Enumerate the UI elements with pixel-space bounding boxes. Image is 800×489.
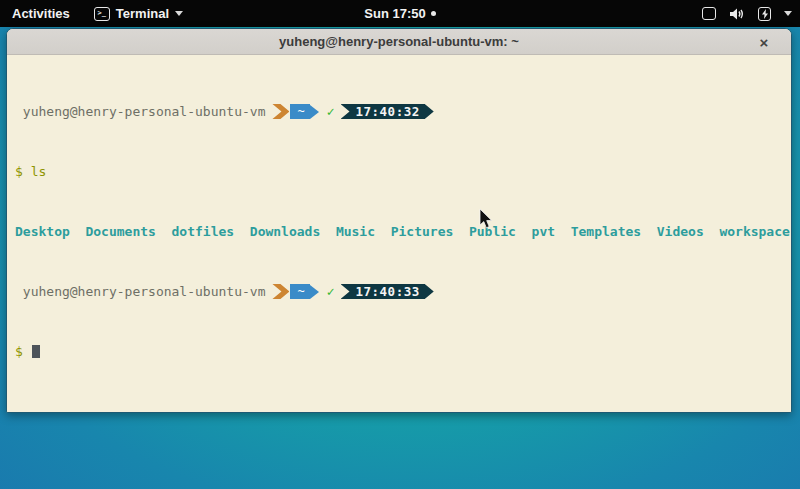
- terminal-content[interactable]: yuheng@henry-personal-ubuntu-vm ~ ✓ 17:4…: [7, 55, 791, 412]
- command-text: ls: [31, 164, 47, 179]
- prompt-user: yuheng@henry-personal-ubuntu-vm: [15, 104, 265, 119]
- app-menu-label: Terminal: [116, 6, 169, 21]
- prompt-symbol: $: [15, 344, 23, 359]
- terminal-window: yuheng@henry-personal-ubuntu-vm: ~ × yuh…: [6, 28, 792, 413]
- clock-label[interactable]: Sun 17:50: [364, 6, 425, 21]
- window-titlebar[interactable]: yuheng@henry-personal-ubuntu-vm: ~ ×: [7, 29, 791, 55]
- prompt-line: yuheng@henry-personal-ubuntu-vm ~ ✓ 17:4…: [15, 284, 783, 299]
- check-icon: ✓: [327, 284, 335, 299]
- window-title: yuheng@henry-personal-ubuntu-vm: ~: [279, 34, 519, 49]
- command-line: $ ls: [15, 164, 783, 179]
- close-icon[interactable]: ×: [753, 29, 775, 55]
- system-tray[interactable]: [702, 0, 792, 27]
- notification-dot-icon: [431, 11, 436, 16]
- activities-button[interactable]: Activities: [0, 6, 84, 21]
- check-icon: ✓: [327, 104, 335, 119]
- spacer: [23, 344, 31, 359]
- app-menu-terminal[interactable]: >_ Terminal: [84, 6, 193, 21]
- prompt-symbol: $: [15, 164, 23, 179]
- chevron-right-icon: [272, 284, 289, 299]
- prompt-time: 17:40:32: [341, 104, 434, 119]
- chevron-down-icon: [784, 11, 792, 16]
- prompt-path: ~: [290, 284, 309, 299]
- ls-output: Desktop Documents dotfiles Downloads Mus…: [15, 224, 783, 239]
- prompt-path: ~: [290, 104, 309, 119]
- prompt-line: yuheng@henry-personal-ubuntu-vm ~ ✓ 17:4…: [15, 104, 783, 119]
- battery-charging-icon: [758, 7, 771, 21]
- volume-icon: [729, 7, 745, 21]
- command-text: [23, 164, 31, 179]
- screen-icon: [702, 7, 716, 20]
- desktop-wallpaper: Activities >_ Terminal Sun 17:50 yuheng: [0, 0, 800, 489]
- input-line[interactable]: $: [15, 344, 783, 359]
- prompt-time: 17:40:33: [341, 284, 434, 299]
- top-bar: Activities >_ Terminal Sun 17:50: [0, 0, 800, 27]
- text-cursor: [32, 345, 40, 358]
- terminal-app-icon: >_: [94, 7, 110, 21]
- powerline-segment: ~ ✓ 17:40:33: [272, 284, 433, 299]
- chevron-down-icon: [175, 11, 183, 16]
- prompt-user: yuheng@henry-personal-ubuntu-vm: [15, 284, 265, 299]
- chevron-right-icon: [272, 104, 289, 119]
- powerline-segment: ~ ✓ 17:40:32: [272, 104, 433, 119]
- chevron-right-icon: [310, 105, 319, 119]
- chevron-right-icon: [310, 285, 319, 299]
